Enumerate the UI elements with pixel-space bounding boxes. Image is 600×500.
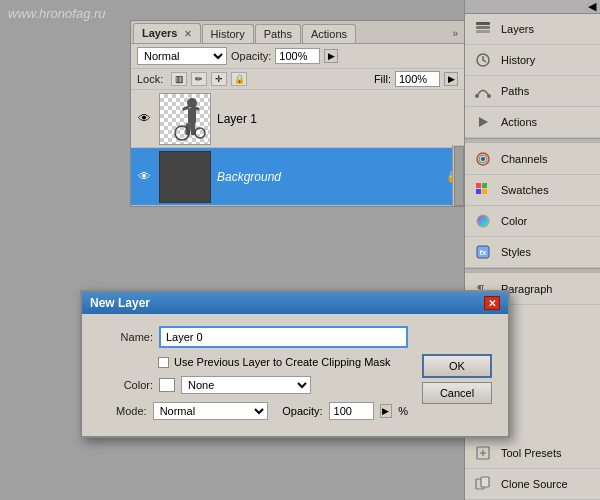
opacity-label: Opacity: <box>231 50 271 62</box>
tabs-row: Layers ✕ History Paths Actions » <box>131 21 464 44</box>
sidebar-item-channels[interactable]: Channels <box>465 144 600 175</box>
channels-icon <box>473 149 493 169</box>
dialog-close-btn[interactable]: ✕ <box>484 296 500 310</box>
dialog-color-select[interactable]: None <box>181 376 311 394</box>
dialog-name-input[interactable] <box>159 326 408 348</box>
dialog-opacity-arrow[interactable]: ▶ <box>380 404 393 418</box>
dialog-cancel-btn[interactable]: Cancel <box>422 382 492 404</box>
sidebar-item-swatches[interactable]: Swatches <box>465 175 600 206</box>
clone-source-icon <box>473 474 493 494</box>
svg-rect-9 <box>476 30 490 33</box>
sidebar-item-history[interactable]: History <box>465 45 600 76</box>
tab-actions[interactable]: Actions <box>302 24 356 43</box>
dialog-opacity-input[interactable] <box>329 402 374 420</box>
tab-paths[interactable]: Paths <box>255 24 301 43</box>
dialog-mode-select[interactable]: Normal <box>153 402 269 420</box>
dialog-mode-row: Mode: Normal Opacity: ▶ % <box>98 402 408 420</box>
layers-scrollbar[interactable] <box>452 145 464 206</box>
layer-row-1[interactable]: 👁 Layer 1 <box>131 90 464 148</box>
sidebar-collapse-btn[interactable]: ◀ <box>465 0 600 14</box>
sidebar-color-label: Color <box>501 215 527 227</box>
layer-row-bg[interactable]: 👁 Background 🔒 <box>131 148 464 206</box>
sidebar-item-paths[interactable]: Paths <box>465 76 600 107</box>
layers-list: 👁 Layer 1 <box>131 90 464 206</box>
fill-input[interactable] <box>395 71 440 87</box>
blend-row: Normal Opacity: ▶ <box>131 44 464 69</box>
sidebar-item-styles[interactable]: fx Styles <box>465 237 600 268</box>
sidebar-tool-presets-label: Tool Presets <box>501 447 562 459</box>
svg-point-17 <box>481 157 485 161</box>
sidebar-paths-label: Paths <box>501 85 529 97</box>
dialog-color-label: Color: <box>98 379 153 391</box>
layer-bg-name: Background <box>217 170 440 184</box>
dialog-name-label: Name: <box>98 331 153 343</box>
swatches-icon <box>473 180 493 200</box>
dialog-name-row: Name: <box>98 326 408 348</box>
svg-rect-19 <box>482 183 487 188</box>
sidebar-item-tool-presets[interactable]: Tool Presets <box>465 438 600 469</box>
svg-rect-10 <box>476 22 490 25</box>
sidebar-layers-label: Layers <box>501 23 534 35</box>
opacity-arrow-btn[interactable]: ▶ <box>324 49 338 63</box>
layers-icon <box>473 19 493 39</box>
dialog-mode-label: Mode: <box>98 405 147 417</box>
dialog-color-row: Color: None <box>98 376 408 394</box>
lock-label: Lock: <box>137 73 163 85</box>
paths-icon <box>473 81 493 101</box>
sidebar-item-actions[interactable]: Actions <box>465 107 600 138</box>
svg-point-12 <box>475 94 479 98</box>
lock-paint-btn[interactable]: ✏ <box>191 72 207 86</box>
percent-label: % <box>398 405 408 417</box>
layer-bg-visibility-icon[interactable]: 👁 <box>135 168 153 186</box>
actions-icon <box>473 112 493 132</box>
sidebar-item-layers[interactable]: Layers <box>465 14 600 45</box>
dialog-opacity-label: Opacity: <box>282 405 322 417</box>
dialog-body: Name: Use Previous Layer to Create Clipp… <box>82 314 508 436</box>
clipping-mask-label: Use Previous Layer to Create Clipping Ma… <box>174 356 390 368</box>
sidebar-history-label: History <box>501 54 535 66</box>
dialog-ok-btn[interactable]: OK <box>422 354 492 378</box>
history-icon <box>473 50 493 70</box>
fill-arrow-btn[interactable]: ▶ <box>444 72 458 86</box>
dialog-buttons: OK Cancel <box>422 354 492 404</box>
svg-text:fx: fx <box>479 248 487 257</box>
blend-mode-select[interactable]: Normal <box>137 47 227 65</box>
svg-rect-18 <box>476 183 481 188</box>
sidebar-item-clone-source[interactable]: Clone Source <box>465 469 600 500</box>
lock-move-btn[interactable]: ✛ <box>211 72 227 86</box>
tabs-expand-icon[interactable]: » <box>448 26 462 41</box>
layer-bg-thumbnail <box>159 151 211 203</box>
dialog-title: New Layer <box>90 296 150 310</box>
layer-1-name: Layer 1 <box>217 112 460 126</box>
styles-icon: fx <box>473 242 493 262</box>
dialog-titlebar: New Layer ✕ <box>82 292 508 314</box>
layer-1-visibility-icon[interactable]: 👁 <box>135 110 153 128</box>
layers-panel: Layers ✕ History Paths Actions » Normal … <box>130 20 465 207</box>
sidebar-styles-label: Styles <box>501 246 531 258</box>
scrollbar-thumb[interactable] <box>454 146 464 206</box>
svg-rect-1 <box>188 108 196 124</box>
clipping-mask-checkbox[interactable] <box>158 357 169 368</box>
watermark: www.hronofag.ru <box>8 6 106 21</box>
layer-1-thumb-svg <box>160 93 210 145</box>
svg-point-23 <box>477 215 489 227</box>
dialog-checkbox-row: Use Previous Layer to Create Clipping Ma… <box>98 356 408 368</box>
sidebar-actions-label: Actions <box>501 116 537 128</box>
sidebar-item-color[interactable]: Color <box>465 206 600 237</box>
tool-presets-icon <box>473 443 493 463</box>
lock-transparent-btn[interactable]: ▥ <box>171 72 187 86</box>
sidebar-channels-label: Channels <box>501 153 547 165</box>
svg-rect-8 <box>476 26 490 29</box>
tab-layers[interactable]: Layers ✕ <box>133 23 201 43</box>
lock-all-btn[interactable]: 🔒 <box>231 72 247 86</box>
new-layer-dialog: New Layer ✕ Name: Use Previous Layer to … <box>80 290 510 438</box>
tab-history[interactable]: History <box>202 24 254 43</box>
close-layers-tab-icon[interactable]: ✕ <box>184 29 192 39</box>
fill-label: Fill: <box>374 73 391 85</box>
collapse-arrow-icon: ◀ <box>588 0 596 13</box>
opacity-input[interactable] <box>275 48 320 64</box>
color-icon <box>473 211 493 231</box>
svg-point-13 <box>487 94 491 98</box>
color-swatch[interactable] <box>159 378 175 392</box>
svg-rect-21 <box>482 189 487 194</box>
